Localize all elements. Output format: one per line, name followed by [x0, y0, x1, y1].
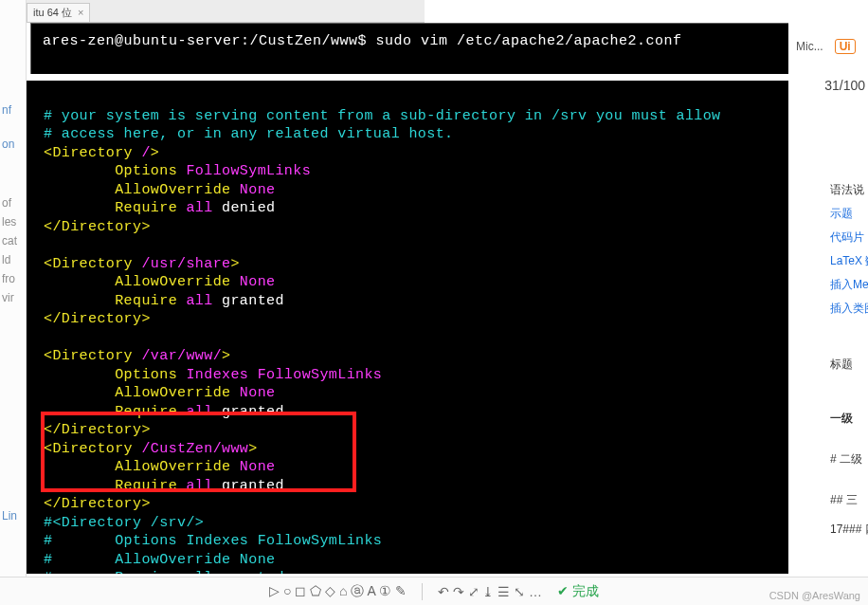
- code-token: None: [240, 385, 276, 401]
- toolbar-left-tools[interactable]: ▷ ○ ◻ ⬠ ◇ ⌂ ⓐ A ① ✎: [269, 583, 407, 600]
- code-token: granted: [222, 293, 284, 309]
- code-token: /: [141, 145, 150, 161]
- code-token: all: [186, 478, 222, 494]
- code-line: </Directory>: [44, 496, 151, 512]
- code-token: Require: [115, 293, 186, 309]
- code-token: >: [151, 145, 159, 161]
- frag: 语法说: [828, 178, 868, 202]
- code-token: /CustZen/www: [141, 441, 248, 457]
- frag: les: [0, 212, 26, 231]
- code-line: </Directory>: [44, 422, 151, 438]
- code-token: None: [240, 274, 276, 290]
- frag[interactable]: LaTeX 数: [828, 249, 868, 273]
- frag: Mic...: [796, 40, 823, 53]
- frag[interactable]: 示题: [828, 202, 868, 226]
- frag: on: [0, 135, 26, 154]
- frag: fro: [0, 269, 26, 288]
- code-token: AllowOverride: [115, 182, 240, 198]
- code-token: /usr/share: [141, 256, 230, 272]
- code-token: Indexes FollowSymLinks: [186, 367, 382, 383]
- frag[interactable]: 插入Me: [828, 273, 868, 297]
- left-panel-fragment: nf on of les cat ld fro vir Lin: [0, 0, 27, 605]
- frag: 标题: [828, 353, 868, 376]
- code-line: <Directory: [44, 145, 141, 161]
- frag: 一级: [828, 407, 868, 431]
- ui-badge: Ui: [835, 39, 856, 54]
- code-line: # Options Indexes FollowSymLinks: [44, 533, 382, 549]
- code-token: >: [222, 348, 230, 364]
- code-token: <Directory: [44, 256, 141, 272]
- prompt-command: sudo vim /etc/apache2/apache2.conf: [367, 33, 682, 49]
- code-token: /var/www/: [141, 348, 222, 364]
- frag: nf: [0, 101, 26, 119]
- code-token: None: [240, 459, 276, 475]
- code-line: </Directory>: [44, 311, 151, 327]
- code-token: Require: [115, 200, 186, 216]
- close-icon[interactable]: ×: [78, 7, 83, 18]
- code-token: <Directory: [44, 348, 141, 364]
- code-token: None: [240, 182, 276, 198]
- code-token: all: [186, 293, 222, 309]
- code-line: </Directory>: [44, 219, 151, 235]
- code-token: >: [230, 256, 239, 272]
- terminal-prompt[interactable]: ares-zen@ubuntu-server:/CustZen/www$ sud…: [30, 23, 788, 74]
- code-token: AllowOverride: [115, 385, 240, 401]
- code-token: >: [248, 441, 257, 457]
- frag: 17### 四: [828, 518, 868, 541]
- annotation-toolbar: ▷ ○ ◻ ⬠ ◇ ⌂ ⓐ A ① ✎ ↶ ↷ ⤢ ⤓ ☰ ⤡ … ✔ 完成 C…: [0, 577, 868, 605]
- watermark: CSDN @AresWang: [769, 590, 860, 601]
- frag[interactable]: 插入类图: [828, 297, 868, 321]
- frag: Lin: [0, 506, 26, 525]
- code-token: all: [186, 200, 222, 216]
- code-token: Options: [115, 367, 186, 383]
- frag: vir: [0, 288, 26, 307]
- frag: ## 三: [828, 488, 868, 512]
- code-token: denied: [222, 200, 275, 216]
- code-line: #<Directory /srv/>: [44, 515, 204, 531]
- vm-tab-label: itu 64 位: [33, 6, 72, 20]
- vm-tab-strip: itu 64 位 ×: [27, 0, 425, 23]
- code-line: # access here, or in any related virtual…: [44, 126, 453, 142]
- frag: cat: [0, 231, 26, 250]
- toolbar-right-tools[interactable]: ↶ ↷ ⤢ ⤓ ☰ ⤡ …: [438, 584, 542, 599]
- code-token: all: [186, 404, 222, 420]
- vim-editor[interactable]: # your system is serving content from a …: [27, 81, 788, 574]
- vm-tab[interactable]: itu 64 位 ×: [27, 3, 90, 22]
- code-token: granted: [222, 478, 284, 494]
- done-button[interactable]: ✔ 完成: [557, 583, 599, 600]
- frag[interactable]: 代码片: [828, 226, 868, 249]
- code-token: AllowOverride: [115, 274, 240, 290]
- code-line: # Require all granted: [44, 570, 284, 574]
- frag: ld: [0, 250, 26, 269]
- code-token: granted: [222, 404, 284, 420]
- counter: 31/100: [824, 78, 865, 93]
- code-line: # AllowOverride None: [44, 552, 275, 568]
- code-token: Options: [115, 163, 186, 179]
- code-token: Require: [115, 404, 186, 420]
- frag: # 二级: [828, 448, 868, 471]
- prompt-user-host: ares-zen@ubuntu-server:/CustZen/www$: [43, 33, 367, 49]
- top-right-widgets: Mic... Ui: [792, 23, 868, 70]
- frag: of: [0, 193, 26, 212]
- code-token: FollowSymLinks: [186, 163, 311, 179]
- code-token: Require: [115, 478, 186, 494]
- code-token: AllowOverride: [115, 459, 240, 475]
- code-line: # your system is serving content from a …: [44, 108, 721, 124]
- code-token: <Directory: [44, 441, 141, 457]
